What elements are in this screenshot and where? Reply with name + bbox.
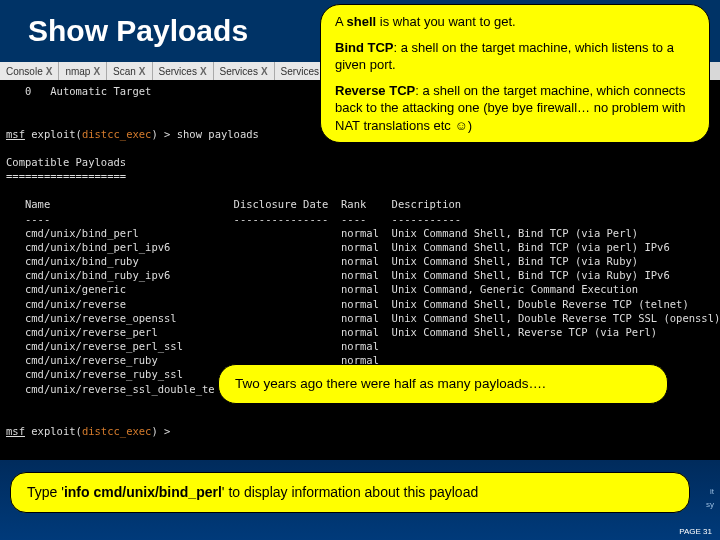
- side-links: it sy: [706, 486, 714, 512]
- page-title: Show Payloads: [28, 14, 248, 48]
- callout-definitions: A shell is what you want to get. Bind TC…: [320, 4, 710, 143]
- tab-nmap[interactable]: nmapX: [59, 62, 107, 80]
- tab-scan[interactable]: ScanX: [107, 62, 152, 80]
- tab-services-1[interactable]: ServicesX: [153, 62, 214, 80]
- page-number: PAGE 31: [679, 527, 712, 536]
- callout-history: Two years ago there were half as many pa…: [218, 364, 668, 404]
- close-icon[interactable]: X: [139, 66, 146, 77]
- close-icon[interactable]: X: [200, 66, 207, 77]
- callout-hint: Type 'info cmd/unix/bind_perl' to displa…: [10, 472, 690, 513]
- tab-console[interactable]: ConsoleX: [0, 62, 59, 80]
- close-icon[interactable]: X: [93, 66, 100, 77]
- close-icon[interactable]: X: [261, 66, 268, 77]
- tab-services-2[interactable]: ServicesX: [214, 62, 275, 80]
- close-icon[interactable]: X: [46, 66, 53, 77]
